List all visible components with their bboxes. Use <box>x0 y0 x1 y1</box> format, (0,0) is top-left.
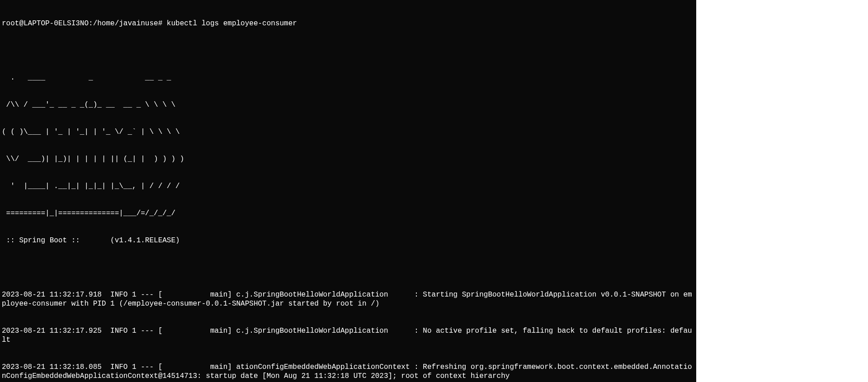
blank-line <box>2 46 694 55</box>
banner-line: =========|_|==============|___/=/_/_/_/ <box>2 209 694 218</box>
banner-line: :: Spring Boot :: (v1.4.1.RELEASE) <box>2 236 694 245</box>
blank-line <box>2 263 694 272</box>
log-line: 2023-08-21 11:32:18.085 INFO 1 --- [ mai… <box>2 363 694 381</box>
banner-line: . ____ _ __ _ _ <box>2 73 694 82</box>
banner-line: /\\ / ___'_ __ _ _(_)_ __ __ _ \ \ \ \ <box>2 100 694 109</box>
banner-line: ( ( )\___ | '_ | '_| | '_ \/ _` | \ \ \ … <box>2 127 694 137</box>
banner-line: \\/ ___)| |_)| | | | | || (_| | ) ) ) ) <box>2 155 694 164</box>
log-line: 2023-08-21 11:32:17.925 INFO 1 --- [ mai… <box>2 326 694 344</box>
log-line: 2023-08-21 11:32:17.918 INFO 1 --- [ mai… <box>2 290 694 308</box>
terminal-window[interactable]: root@LAPTOP-0ELSI3NO:/home/javainuse# ku… <box>0 0 696 382</box>
banner-line: ' |____| .__|_| |_|_| |_\__, | / / / / <box>2 182 694 191</box>
prompt-line: root@LAPTOP-0ELSI3NO:/home/javainuse# ku… <box>2 19 694 28</box>
